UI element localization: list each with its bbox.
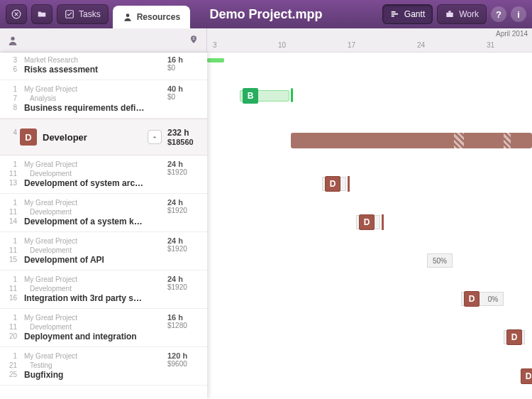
task-cost: $1920 (167, 283, 201, 291)
resource-name: Developer (43, 132, 148, 143)
task-cost: $9600 (167, 360, 201, 368)
task-crumb: Analysis (24, 94, 167, 103)
task-crumb: Development (24, 284, 167, 293)
task-crumb: My Great Project (24, 160, 167, 169)
timeline-month: April 2014 (496, 30, 528, 38)
task-row[interactable]: 11114My Great ProjectDevelopmentDevelopm… (0, 194, 207, 232)
row-id: 16 (4, 293, 17, 302)
task-crumb: My Great Project (24, 275, 167, 284)
gantt-badge[interactable]: D (325, 176, 340, 192)
row-id: 7 (4, 94, 17, 103)
svg-point-7 (11, 36, 14, 40)
row-id: 8 (4, 103, 17, 112)
task-crumb: Market Research (24, 55, 167, 65)
task-hours: 16 h (167, 313, 201, 322)
tasks-tab[interactable]: Tasks (57, 4, 109, 24)
gantt-badge[interactable]: D (464, 291, 480, 307)
task-name: Risks assessment (24, 65, 145, 75)
gantt-badge[interactable]: D (506, 329, 522, 345)
task-crumb: My Great Project (24, 84, 167, 94)
task-row[interactable]: 11116My Great ProjectDevelopmentIntegrat… (0, 270, 207, 309)
gantt-badge[interactable]: D (359, 214, 375, 230)
resource-group-header[interactable]: 4 D Developer 232 h $18560 (0, 119, 207, 155)
gantt-badge[interactable]: D (521, 368, 532, 384)
gantt-progress-box[interactable]: 50% (427, 253, 453, 268)
svg-rect-5 (392, 16, 394, 17)
row-id: 21 (4, 361, 17, 370)
svg-rect-3 (392, 11, 396, 13)
work-view-button[interactable]: Work (437, 4, 487, 24)
row-id: 1 (4, 160, 17, 169)
row-id: 25 (4, 370, 17, 379)
task-cost: $1280 (167, 322, 201, 329)
task-crumb: Development (24, 246, 167, 255)
timeline-day: 3 (213, 41, 217, 49)
row-id: 11 (4, 284, 17, 293)
timeline-day: 31 (487, 41, 494, 49)
task-cost: $0 (167, 64, 201, 72)
svg-rect-4 (392, 13, 398, 15)
task-row[interactable]: 1 7 8 My Great Project Analysis Business… (0, 80, 207, 119)
gantt-chart[interactable]: B D D 50% D 0% D D (207, 53, 532, 399)
row-id: 1 (4, 313, 17, 322)
svg-point-2 (126, 13, 129, 17)
row-id: 1 (4, 275, 17, 284)
task-name: Integration with 3rd party systems (24, 293, 145, 304)
row-id: 1 (4, 198, 17, 207)
row-id: 1 (4, 236, 17, 246)
task-hours: 120 h (167, 351, 201, 360)
gantt-bar[interactable] (207, 58, 224, 62)
gantt-icon (390, 9, 400, 19)
row-id: 15 (4, 255, 17, 264)
gantt-badge[interactable]: B (243, 88, 258, 104)
resource-column-icon[interactable] (7, 35, 18, 46)
row-id: 3 (4, 55, 17, 65)
task-row[interactable]: 3 6 Market Research Risks assessment 16 … (0, 53, 207, 80)
row-id: 1 (4, 84, 17, 94)
timeline-day: 24 (417, 41, 425, 49)
row-id: 6 (4, 65, 17, 74)
row-id: 14 (4, 217, 17, 226)
gantt-view-button[interactable]: Gantt (382, 4, 433, 24)
cost-column-icon[interactable]: $ (188, 35, 199, 46)
task-crumb: My Great Project (24, 313, 167, 322)
column-header: $ April 2014 3 10 17 24 31 (0, 28, 532, 53)
timeline-header[interactable]: April 2014 3 10 17 24 31 (207, 28, 532, 52)
task-row[interactable]: 11113My Great ProjectDevelopmentDevelopm… (0, 155, 207, 194)
task-row[interactable]: 11115My Great ProjectDevelopmentDevelopm… (0, 232, 207, 270)
close-button[interactable] (6, 4, 27, 24)
task-name: Development of API (24, 255, 145, 266)
chevron-up-icon (151, 133, 158, 141)
gantt-summary-bar[interactable] (291, 133, 532, 148)
timeline-day: 10 (278, 41, 286, 49)
help-button[interactable]: ? (491, 6, 506, 22)
task-hours: 16 h (167, 55, 201, 64)
row-id: 1 (4, 351, 17, 361)
task-name: Bugfixing (24, 370, 145, 381)
timeline-day: 17 (348, 41, 355, 49)
task-name: Deployment and integration (24, 332, 145, 342)
gantt-progress-label: 0% (482, 292, 504, 306)
row-id: 11 (4, 207, 17, 217)
task-name: Development of a system kernel (24, 217, 145, 227)
gantt-bar-end (291, 88, 293, 102)
task-cost: $0 (167, 93, 201, 101)
row-id: 11 (4, 322, 17, 332)
top-toolbar: Tasks Resources Demo Project.mpp Gantt W… (0, 0, 532, 28)
task-hours: 24 h (167, 275, 201, 283)
task-name: Business requirements definition (24, 103, 145, 114)
task-name: Development of system architec... (24, 178, 145, 189)
task-crumb: Testing (24, 361, 167, 370)
info-button[interactable]: i (511, 6, 526, 22)
resource-cost: $18560 (167, 138, 201, 146)
task-crumb: My Great Project (24, 351, 167, 361)
row-id: 11 (4, 169, 17, 178)
collapse-button[interactable] (148, 130, 162, 144)
task-cost: $1920 (167, 207, 201, 214)
folder-button[interactable] (31, 4, 52, 24)
task-row[interactable]: 12125My Great ProjectTestingBugfixing120… (0, 347, 207, 386)
task-row[interactable]: 11120My Great ProjectDevelopmentDeployme… (0, 309, 207, 347)
resources-tab[interactable]: Resources (113, 6, 190, 28)
task-crumb: Development (24, 207, 167, 217)
task-cost: $1920 (167, 245, 201, 253)
